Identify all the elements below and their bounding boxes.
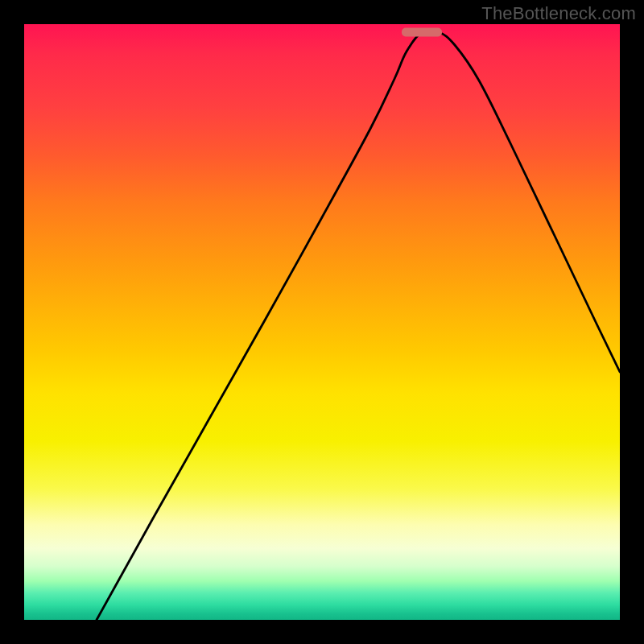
bottleneck-curve bbox=[97, 30, 620, 620]
bottleneck-chart bbox=[24, 24, 620, 620]
chart-svg bbox=[24, 24, 620, 620]
watermark-text: TheBottleneck.com bbox=[481, 3, 636, 24]
minimum-marker bbox=[402, 28, 442, 37]
